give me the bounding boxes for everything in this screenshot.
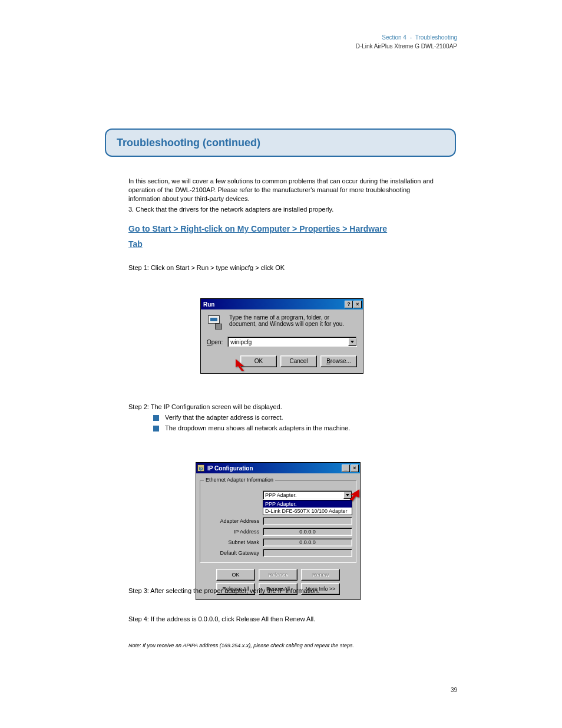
run-titlebar: Run ? × xyxy=(201,299,363,309)
link-heading-line1[interactable]: Go to Start > Right-click on My Computer… xyxy=(128,224,435,233)
breadcrumb-page: Troubleshooting xyxy=(415,34,457,41)
adapter-address-label: Adapter Address xyxy=(204,518,263,524)
dropdown-item-selected[interactable]: PPP Adapter. xyxy=(263,500,352,508)
subnet-mask-value: 0.0.0.0 xyxy=(263,538,352,546)
breadcrumb-separator: - xyxy=(408,34,414,41)
groupbox-title: Ethernet Adapter Information xyxy=(204,477,275,483)
adapter-dropdown-button[interactable] xyxy=(343,492,352,499)
square-bullet-icon xyxy=(153,426,159,431)
cancel-button[interactable]: Cancel xyxy=(280,355,317,367)
step-2-block: Step 2: The IP Configuration screen will… xyxy=(128,403,435,431)
section-heading-box: Troubleshooting (continued) xyxy=(105,129,456,157)
section-heading: Troubleshooting (continued) xyxy=(117,137,260,149)
ok-button[interactable]: OK xyxy=(240,355,277,367)
chevron-down-icon xyxy=(346,494,349,496)
ip-address-value: 0.0.0.0 xyxy=(263,528,352,536)
close-button[interactable]: × xyxy=(351,465,359,472)
close-button[interactable]: × xyxy=(353,301,362,308)
default-gateway-value xyxy=(263,549,352,557)
step-2-intro: Step 2: The IP Configuration screen will… xyxy=(128,403,435,410)
run-icon xyxy=(207,314,223,331)
minimize-button[interactable]: _ xyxy=(342,465,350,472)
step-1-text: Step 1: Click on Start > Run > type wini… xyxy=(128,264,435,271)
intro-paragraph-2: 3. Check that the drivers for the networ… xyxy=(128,205,435,214)
ethernet-adapter-groupbox: Ethernet Adapter Information PPP Adapter… xyxy=(200,480,356,563)
bullet-row-1: Verify that the adapter address is corre… xyxy=(128,414,435,421)
run-title: Run xyxy=(202,301,345,308)
run-description: Type the name of a program, folder, or d… xyxy=(229,314,357,331)
ok-button[interactable]: OK xyxy=(216,569,255,581)
page-number: 39 xyxy=(451,687,457,693)
intro-paragraph-1: In this section, we will cover a few sol… xyxy=(128,177,435,203)
step-4-text: Step 4: If the address is 0.0.0.0, click… xyxy=(128,615,435,622)
renew-button[interactable]: Renew xyxy=(301,569,340,581)
adapter-combobox[interactable]: PPP Adapter. xyxy=(263,490,352,500)
bullet-row-2: The dropdown menu shows all network adap… xyxy=(128,424,435,431)
breadcrumb-section: Section 4 xyxy=(382,34,406,41)
ipcfg-app-icon: ip xyxy=(197,465,204,472)
open-input[interactable] xyxy=(228,338,348,346)
subnet-mask-label: Subnet Mask xyxy=(204,539,263,545)
release-button[interactable]: Release xyxy=(259,569,297,581)
browse-button[interactable]: Browse... xyxy=(320,355,357,367)
step-3-text: Step 3: After selecting the proper adapt… xyxy=(128,587,435,594)
square-bullet-icon xyxy=(153,415,159,421)
adapter-dropdown-list[interactable]: PPP Adapter. D-Link DFE-650TX 10/100 Ada… xyxy=(263,500,352,515)
bullet-2-text: The dropdown menu shows all network adap… xyxy=(165,424,350,431)
adapter-address-value xyxy=(263,517,352,525)
run-dialog: Run ? × Type the name of a program, fold… xyxy=(200,298,363,374)
open-label: Open: xyxy=(207,339,223,345)
ip-configuration-dialog: ip IP Configuration _ × Ethernet Adapter… xyxy=(196,462,361,600)
dropdown-item[interactable]: D-Link DFE-650TX 10/100 Adapter xyxy=(263,508,352,515)
ipcfg-title: IP Configuration xyxy=(206,465,342,472)
product-name: D-Link AirPlus Xtreme G DWL-2100AP xyxy=(105,43,457,50)
chevron-down-icon xyxy=(351,341,354,343)
footnote-text: Note: If you receive an APIPA address (1… xyxy=(128,643,435,648)
help-button[interactable]: ? xyxy=(345,301,353,308)
ip-address-label: IP Address xyxy=(204,529,263,535)
open-combobox[interactable] xyxy=(227,337,357,347)
bullet-1-text: Verify that the adapter address is corre… xyxy=(165,414,283,421)
adapter-selected-text: PPP Adapter. xyxy=(265,492,296,498)
ipcfg-titlebar: ip IP Configuration _ × xyxy=(196,463,360,473)
open-dropdown-button[interactable] xyxy=(348,338,356,346)
link-heading-line2[interactable]: Tab xyxy=(128,239,143,249)
default-gateway-label: Default Gateway xyxy=(204,550,263,556)
breadcrumb: Section 4 - Troubleshooting xyxy=(105,34,457,41)
page-header: Section 4 - Troubleshooting D-Link AirPl… xyxy=(105,34,457,50)
